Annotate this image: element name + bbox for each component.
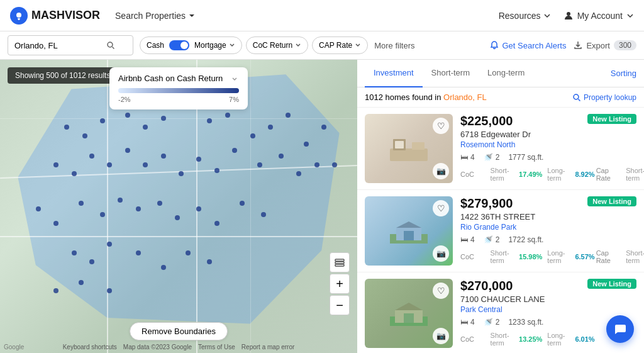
- map-layers-btn[interactable]: [330, 252, 350, 272]
- photo-btn-1[interactable]: 📷: [433, 163, 449, 179]
- map-marker[interactable]: [64, 125, 69, 130]
- cap-label-2: Cap Rate: [596, 249, 621, 264]
- map-marker[interactable]: [257, 162, 262, 167]
- map-marker[interactable]: [72, 171, 77, 176]
- map-area[interactable]: Showing 500 of 1012 results in this area…: [0, 60, 357, 353]
- results-location: Orlando, FL: [443, 92, 487, 102]
- coc-label: CoC: [460, 171, 486, 178]
- map-road-4: [0, 236, 357, 237]
- cash-mortgage-toggle[interactable]: Cash Mortgage: [140, 36, 242, 54]
- map-marker[interactable]: [157, 201, 162, 206]
- layers-icon: [334, 257, 345, 268]
- photo-btn-3[interactable]: 📷: [433, 328, 449, 344]
- map-marker[interactable]: [161, 154, 166, 159]
- map-marker[interactable]: [72, 250, 77, 255]
- long-term-label-3: Long-term: [547, 249, 570, 264]
- account-icon: [564, 11, 574, 21]
- svg-rect-2: [18, 20, 19, 20]
- photo-btn-2[interactable]: 📷: [433, 245, 449, 262]
- map-marker[interactable]: [125, 148, 130, 153]
- tab-investment[interactable]: Investment: [365, 60, 423, 87]
- results-count-prefix: 1012 homes found in: [365, 92, 443, 102]
- map-marker[interactable]: [321, 125, 326, 130]
- property-image-3[interactable]: ♡ 📷: [365, 279, 453, 348]
- map-marker[interactable]: [89, 259, 94, 264]
- map-marker[interactable]: [136, 206, 141, 211]
- property-neighborhood-1[interactable]: Rosemont North: [460, 140, 644, 149]
- cap-rate-metric-2: Cap Rate Short-term 16.27% Long-term 6.6…: [596, 249, 644, 264]
- svg-rect-11: [412, 142, 425, 150]
- coc-long-val: 8.92%: [575, 171, 594, 178]
- map-marker[interactable]: [268, 125, 273, 130]
- property-address-3: 7100 CHAUCER LANE: [460, 294, 636, 304]
- property-neighborhood-3[interactable]: Park Central: [460, 305, 636, 314]
- search-bar: Cash Mortgage CoC Return CAP Rate More f…: [0, 31, 644, 60]
- map-marker[interactable]: [143, 125, 148, 130]
- coc-return-filter[interactable]: CoC Return: [246, 36, 308, 54]
- property-image-2[interactable]: ♡ 📷: [365, 196, 453, 266]
- remove-boundaries-btn[interactable]: Remove Boundaries: [130, 322, 228, 340]
- sorting-btn[interactable]: Sorting: [611, 69, 636, 78]
- map-marker[interactable]: [53, 288, 58, 293]
- beds-count-2: 4: [470, 235, 475, 244]
- property-image-1[interactable]: ♡ 📷: [365, 114, 453, 183]
- report-map-error[interactable]: Report a map error: [242, 344, 294, 350]
- map-marker[interactable]: [314, 162, 319, 167]
- tab-long-term[interactable]: Long-term: [479, 60, 533, 87]
- baths-count: 2: [496, 153, 500, 162]
- favorite-btn-1[interactable]: ♡: [433, 118, 449, 134]
- terms-of-use[interactable]: Terms of Use: [198, 344, 235, 350]
- map-marker[interactable]: [136, 250, 141, 255]
- map-marker[interactable]: [232, 148, 237, 153]
- export-btn[interactable]: Export 300: [574, 40, 636, 50]
- map-marker[interactable]: [36, 206, 41, 211]
- legend-bar: [118, 88, 239, 93]
- map-marker[interactable]: [161, 116, 166, 121]
- cap-rate-filter[interactable]: CAP Rate: [312, 36, 368, 54]
- remove-boundaries-label: Remove Boundaries: [142, 327, 216, 336]
- search-properties-nav[interactable]: Search Properties: [115, 11, 196, 21]
- favorite-btn-3[interactable]: ♡: [433, 283, 449, 299]
- map-marker[interactable]: [82, 133, 87, 138]
- bulb-icon: [14, 11, 24, 21]
- zoom-out-btn[interactable]: −: [330, 295, 350, 315]
- short-term-label: Short-term: [491, 167, 514, 182]
- logo[interactable]: MASHVISOR: [10, 7, 100, 25]
- property-lookup-btn[interactable]: Property lookup: [572, 93, 636, 102]
- toggle-switch[interactable]: [169, 40, 189, 50]
- resources-nav[interactable]: Resources: [499, 11, 551, 21]
- property-address-1: 6718 Edgewater Dr: [460, 130, 644, 139]
- map-marker[interactable]: [79, 280, 84, 285]
- coc-long-val-2: 6.57%: [575, 253, 594, 261]
- map-marker[interactable]: [125, 113, 130, 118]
- map-marker[interactable]: [225, 113, 230, 118]
- map-marker[interactable]: [250, 133, 255, 138]
- bath-icon: 🚿: [484, 153, 493, 162]
- location-input[interactable]: [14, 41, 103, 50]
- coc-short-val-3: 13.25%: [519, 335, 542, 343]
- legend-chevron-icon[interactable]: [230, 74, 239, 83]
- map-marker[interactable]: [161, 265, 166, 270]
- favorite-btn-2[interactable]: ♡: [433, 200, 449, 216]
- map-marker[interactable]: [261, 212, 266, 217]
- property-neighborhood-2[interactable]: Rio Grande Park: [460, 223, 644, 232]
- export-count: 300: [614, 40, 636, 50]
- account-chevron-icon: [626, 12, 634, 20]
- more-filters-btn[interactable]: More filters: [374, 41, 414, 50]
- export-icon: [574, 41, 582, 50]
- map-footer: Keyboard shortcuts Map data ©2023 Google…: [0, 344, 357, 350]
- coc-metric-3: CoC Short-term 13.25% Long-term 6.01%: [460, 332, 595, 347]
- map-marker[interactable]: [79, 201, 84, 206]
- get-search-alerts-btn[interactable]: Get Search Alerts: [490, 41, 567, 50]
- coc-chevron-icon: [295, 42, 301, 48]
- keyboard-shortcuts[interactable]: Keyboard shortcuts: [63, 344, 117, 350]
- map-road-2: [107, 60, 108, 353]
- account-nav[interactable]: My Account: [564, 11, 634, 21]
- mortgage-label: Mortgage: [194, 41, 226, 50]
- map-marker[interactable]: [240, 201, 245, 206]
- location-input-wrapper[interactable]: [8, 35, 133, 55]
- coc-return-label: CoC Return: [253, 41, 292, 50]
- tab-short-term[interactable]: Short-term: [423, 60, 479, 87]
- chat-bubble-btn[interactable]: [606, 315, 634, 343]
- zoom-in-btn[interactable]: +: [330, 274, 350, 294]
